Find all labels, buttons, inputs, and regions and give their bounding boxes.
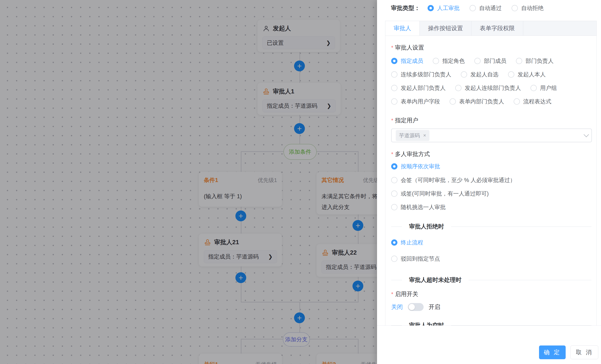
radio-initiator-dept-leader[interactable]: 发起人部门负责人 [391,84,446,92]
radio-auto-pass[interactable]: 自动通过 [470,4,501,12]
radio-user-group[interactable]: 用户组 [531,84,557,92]
radio-manual-approve[interactable]: 人工审批 [428,4,460,12]
empty-approver-divider: 审批人为空时 [391,321,591,325]
radio-icon [433,58,439,64]
radio-icon [470,5,476,11]
radio-icon [391,204,397,210]
enable-toggle[interactable] [408,303,424,311]
approver-setting-row2: 连续多级部门负责人 发起人自选 发起人本人 [391,71,546,78]
radio-icon [391,85,397,91]
radio-flow-expression[interactable]: 流程表达式 [514,98,551,105]
config-tabbar: 审批人 操作按钮设置 表单字段权限 [385,21,597,36]
tab-form-field-permission[interactable]: 表单字段权限 [471,21,523,36]
radio-assign-role[interactable]: 指定角色 [433,57,465,65]
switch-off-label: 关闭 [391,303,403,311]
radio-assign-member[interactable]: 指定成员 [391,57,423,65]
radio-icon [391,71,397,78]
radio-icon [391,58,397,64]
multi-approve-label: * 多人审批方式 [391,150,430,158]
radio-initiator-self[interactable]: 发起人本人 [508,71,546,78]
radio-return-to-node[interactable]: 驳回到指定节点 [391,255,440,263]
radio-icon [531,85,537,91]
radio-icon [391,256,397,262]
radio-orsign[interactable]: 或签(可同时审批，有一人通过即可) [391,190,489,197]
radio-icon [391,98,397,105]
radio-icon [450,98,456,105]
toggle-knob [409,304,415,310]
radio-icon [391,177,397,183]
cancel-button[interactable]: 取 消 [571,345,598,359]
radio-form-dept-leader[interactable]: 表单内部门负责人 [450,98,504,105]
approver-setting-row1: 指定成员 指定角色 部门成员 部门负责人 [391,57,554,65]
radio-dept-leader[interactable]: 部门负责人 [516,57,554,65]
radio-icon [428,5,434,11]
radio-multi-level-dept-leader[interactable]: 连续多级部门负责人 [391,71,451,78]
radio-initiator-choose[interactable]: 发起人自选 [461,71,499,78]
timeout-switch-row: 关闭 开启 [391,303,440,311]
approver-setting-label: * 审批人设置 [391,44,424,51]
approval-type-label: 审批类型： [391,4,420,12]
radio-icon [391,239,397,246]
tab-button-settings[interactable]: 操作按钮设置 [420,21,471,36]
assigned-user-select[interactable]: 芋道源码 × [391,129,592,142]
radio-icon [461,71,467,78]
radio-sequential-approve[interactable]: 按顺序依次审批 [391,163,440,170]
radio-countersign[interactable]: 会签（可同时审批，至少 % 人必须审批通过） [391,176,516,184]
radio-icon [455,85,461,91]
user-tag: 芋道源码 × [396,130,430,141]
enable-switch-label: * 启用开关 [391,290,418,298]
approver-setting-row4: 表单内用户字段 表单内部门负责人 流程表达式 [391,98,551,105]
timeout-divider: 审批人超时未处理时 [391,276,591,284]
radio-form-user-field[interactable]: 表单内用户字段 [391,98,440,105]
chevron-down-icon [584,132,589,137]
switch-on-label: 开启 [429,303,440,311]
assigned-user-label: * 指定用户 [391,116,418,124]
radio-terminate-flow[interactable]: 终止流程 [391,239,423,246]
approval-type-group: 审批类型： 人工审批 自动通过 自动拒绝 [391,4,544,12]
radio-icon [516,58,522,64]
radio-icon [508,71,514,78]
remove-tag-icon[interactable]: × [423,132,426,138]
radio-dept-member[interactable]: 部门成员 [474,57,506,65]
approver-setting-row3: 发起人部门负责人 发起人连续部门负责人 用户组 [391,84,557,92]
radio-icon [474,58,481,64]
radio-initiator-multi-dept-leader[interactable]: 发起人连续部门负责人 [455,84,521,92]
radio-auto-reject[interactable]: 自动拒绝 [511,4,544,12]
radio-icon [391,191,397,197]
footer-divider [377,325,601,326]
radio-icon [511,5,518,11]
radio-icon [514,98,520,105]
confirm-button[interactable]: 确 定 [539,345,566,359]
tab-approver[interactable]: 审批人 [385,21,420,36]
config-scroll-pane[interactable]: * 审批人设置 指定成员 指定角色 部门成员 部门负责人 连续多级部门负责人 发… [385,36,597,325]
node-config-drawer: 审批类型： 人工审批 自动通过 自动拒绝 审批人 操作按钮设置 表单字段权限 *… [377,0,601,364]
reject-divider: 审批人拒绝时 [391,222,591,231]
radio-icon [391,163,397,170]
radio-random-one[interactable]: 随机挑选一人审批 [391,203,446,211]
